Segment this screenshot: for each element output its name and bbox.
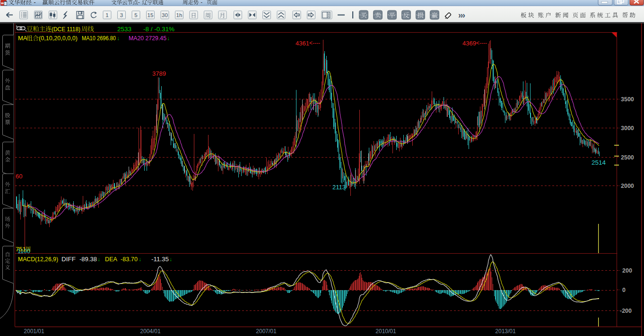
svg-text:DEA: DEA (105, 256, 117, 263)
svg-text:1: 1 (105, 12, 108, 18)
svg-text:4361: 4361 (296, 40, 309, 47)
svg-text:3789: 3789 (152, 70, 166, 77)
svg-text:2004/01: 2004/01 (140, 328, 161, 335)
svg-text:4369: 4369 (462, 40, 476, 47)
svg-text:(DCE 1118): (DCE 1118) (52, 26, 80, 33)
svg-text:↓: ↓ (117, 35, 120, 42)
svg-text:↓: ↓ (169, 256, 172, 263)
svg-text:2010/01: 2010/01 (375, 328, 396, 335)
svg-text:2013/01: 2013/01 (495, 328, 516, 335)
svg-text:2000: 2000 (621, 183, 634, 189)
svg-text:0: 0 (622, 287, 626, 293)
svg-text:DIFF: DIFF (61, 256, 76, 263)
svg-text:200: 200 (622, 267, 632, 274)
svg-text:-83.70: -83.70 (121, 256, 138, 263)
svg-text:1h: 1h (176, 12, 183, 18)
svg-text:3000: 3000 (621, 125, 634, 132)
svg-text:751: 751 (16, 246, 26, 253)
svg-text:2007/01: 2007/01 (256, 328, 277, 335)
svg-text:<----: <---- (476, 40, 487, 46)
svg-text:›››: ››› (458, 10, 465, 20)
svg-text:MA: MA (18, 35, 27, 42)
svg-text:30: 30 (162, 12, 168, 18)
svg-text:-200: -200 (620, 308, 632, 314)
svg-text:↓: ↓ (97, 256, 100, 263)
svg-text:↓: ↓ (139, 256, 141, 263)
svg-text:2001/01: 2001/01 (24, 328, 44, 335)
svg-text:60: 60 (16, 173, 22, 180)
svg-text:MACD(12,26,9): MACD(12,26,9) (18, 256, 58, 263)
svg-text:2500: 2500 (621, 154, 634, 161)
svg-text:2533: 2533 (117, 26, 131, 33)
svg-text:2514: 2514 (592, 159, 606, 166)
svg-text:3: 3 (120, 12, 123, 18)
svg-text:-89.38: -89.38 (79, 256, 97, 263)
svg-text:-11.35: -11.35 (151, 256, 169, 263)
svg-text:(0,10,20,0,0,0): (0,10,20,0,0,0) (39, 35, 78, 42)
svg-text:3500: 3500 (621, 96, 634, 103)
svg-text:2113: 2113 (332, 184, 346, 191)
svg-text:-: - (201, 0, 203, 5)
svg-text:MA20 2729.45: MA20 2729.45 (129, 35, 166, 42)
svg-text:↓: ↓ (167, 35, 170, 42)
svg-text:5: 5 (134, 12, 137, 18)
svg-text:15: 15 (148, 12, 154, 18)
svg-text:-8 / -0.31%: -8 / -0.31% (143, 26, 174, 33)
svg-text:-: - (34, 0, 36, 6)
svg-text:-: - (138, 0, 140, 5)
svg-text:MA10 2696.80: MA10 2696.80 (82, 35, 116, 42)
svg-text:<----: <---- (309, 40, 320, 46)
